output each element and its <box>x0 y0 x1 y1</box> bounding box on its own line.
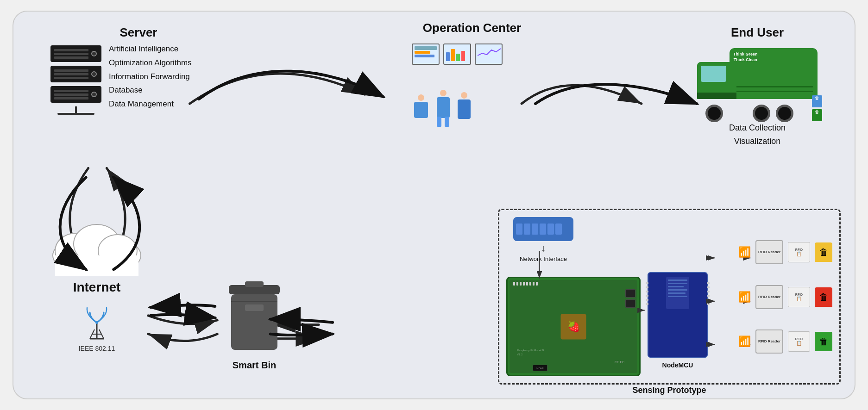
end-user-title: End User <box>688 25 827 40</box>
rfid-wave-3: 📶 <box>738 335 751 348</box>
truck-illustration: Think GreenThink Clean 🗑 🗑 <box>697 43 818 118</box>
rfid-tag-1-icon: 📋 <box>796 251 802 256</box>
internet-label: Internet <box>32 280 162 295</box>
feature-database: Database <box>109 85 192 96</box>
feature-ai: Artificial Intelligence <box>109 43 192 55</box>
smart-bin-icon <box>220 276 289 354</box>
server-feature-labels: Artificial Intelligence Optimization Alg… <box>109 43 192 110</box>
rfid-tag-3-label: RFID <box>795 337 803 341</box>
rfid-wave-1: 📶 <box>738 246 751 258</box>
nodemcu-label: NodeMCU <box>662 361 693 369</box>
raspi-hdmi: HDMI <box>533 365 547 371</box>
raspi-cert-text: CE FC <box>615 360 624 364</box>
operation-center-title: Operation Center <box>375 21 569 35</box>
internet-section: Internet IEEE 802.11 <box>32 216 162 352</box>
rfid-reader-3-label: RFID Reader <box>758 339 780 344</box>
bin-yellow: 🗑 <box>815 242 832 262</box>
server-rack-1 <box>50 45 101 62</box>
visualization-label: Visualization <box>688 135 827 148</box>
truck-wheel-rear1 <box>753 105 770 122</box>
nodemcu-pins-left <box>646 282 648 305</box>
rfid-tag-2-label: RFID <box>795 293 803 296</box>
rfid-tag-1-label: RFID <box>795 248 803 251</box>
svg-rect-15 <box>231 294 277 350</box>
tower-section: IEEE 802.11 <box>32 304 162 352</box>
svg-rect-17 <box>245 304 264 311</box>
op-monitor-2 <box>443 43 471 65</box>
svg-point-12 <box>95 321 98 324</box>
rfid-wave-2: 📶 <box>738 291 751 303</box>
feature-optimization: Optimization Algorithms <box>109 57 192 68</box>
rfid-row-1: 📶 RFID Reader RFID 📋 🗑 <box>738 240 832 264</box>
data-collection-label: Data Collection <box>688 121 827 135</box>
end-user-labels: Data Collection Visualization <box>688 121 827 148</box>
rfid-tag-2: RFID 📋 <box>788 287 810 307</box>
rfid-reader-1-label: RFID Reader <box>758 250 780 255</box>
side-bins: 🗑 🗑 <box>812 95 822 121</box>
server-section: Server <box>50 25 226 115</box>
nodemcu: NodeMCU <box>648 272 708 358</box>
bin-red: 🗑 <box>815 287 832 307</box>
sensing-prototype-section: ↓ Network Interface 🍓 HDMI <box>498 209 841 385</box>
op-monitor-1 <box>412 43 440 65</box>
server-rack-2 <box>50 66 101 82</box>
rfid-tag-1: RFID 📋 <box>788 242 810 262</box>
truck-wheel-front <box>705 105 723 122</box>
feature-forwarding: Information Forwarding <box>109 71 192 82</box>
raspi-main-chip: 🍓 <box>561 314 586 339</box>
operation-center-section: Operation Center <box>375 21 569 131</box>
truck-cab <box>697 62 736 99</box>
cloud-icon <box>46 216 148 276</box>
raspi-usb-ports <box>625 289 635 308</box>
server-body: Artificial Intelligence Optimization Alg… <box>50 43 226 115</box>
antenna-lines <box>666 277 689 300</box>
signal-tower-icon <box>81 304 113 341</box>
nodemcu-pins-right <box>707 282 710 305</box>
main-diagram: Server <box>13 11 855 399</box>
rfid-tag-3: RFID 📋 <box>788 331 810 352</box>
op-illustration <box>403 39 541 131</box>
raspi-pcb: 🍓 HDMI <box>509 280 637 373</box>
truck-wheel-rear2 <box>776 105 793 122</box>
raspi-gpio <box>513 282 538 286</box>
rfid-reader-1: RFID Reader <box>755 240 783 264</box>
op-monitors <box>412 43 503 65</box>
network-interface: ↓ Network Interface <box>506 217 580 262</box>
truck-cargo: Think GreenThink Clean <box>730 48 818 99</box>
svg-rect-14 <box>245 281 264 287</box>
raspi-logo: 🍓 <box>567 321 580 333</box>
network-interface-chip <box>513 217 573 241</box>
smart-bin-section: Smart Bin <box>208 276 301 371</box>
rfid-reader-2: RFID Reader <box>755 285 783 309</box>
sensing-prototype-label: Sensing Prototype <box>632 385 706 395</box>
raspi-part-number: Raspberry Pi Model BV1.2 <box>517 348 544 356</box>
end-user-section: End User Think GreenThink Clean <box>688 25 827 148</box>
ni-label: Network Interface <box>506 255 580 262</box>
ni-ports-group <box>516 224 571 235</box>
rfid-tag-3-icon: 📋 <box>796 341 802 346</box>
svg-rect-6 <box>55 255 138 276</box>
rfid-reader-3: RFID Reader <box>755 329 783 354</box>
rfid-row-2: 📶 RFID Reader RFID 📋 🗑 <box>738 285 832 309</box>
rfid-tag-2-icon: 📋 <box>796 296 802 301</box>
server-base <box>50 106 101 115</box>
server-title: Server <box>50 25 226 40</box>
server-rack-3 <box>50 86 101 103</box>
rfid-row-3: 📶 RFID Reader RFID 📋 🗑 <box>738 329 832 354</box>
op-people <box>412 90 472 127</box>
server-icon <box>50 45 101 115</box>
nodemcu-antenna <box>666 277 689 309</box>
rfid-reader-2-label: RFID Reader <box>758 295 780 299</box>
feature-datamanagement: Data Management <box>109 99 192 110</box>
raspberry-pi: 🍓 HDMI <box>506 277 641 376</box>
ieee-label: IEEE 802.11 <box>32 345 162 352</box>
bin-green: 🗑 <box>815 332 832 351</box>
op-monitor-3 <box>475 43 503 65</box>
smart-bin-label: Smart Bin <box>208 360 301 371</box>
down-arrow-ni: ↓ <box>506 243 580 254</box>
